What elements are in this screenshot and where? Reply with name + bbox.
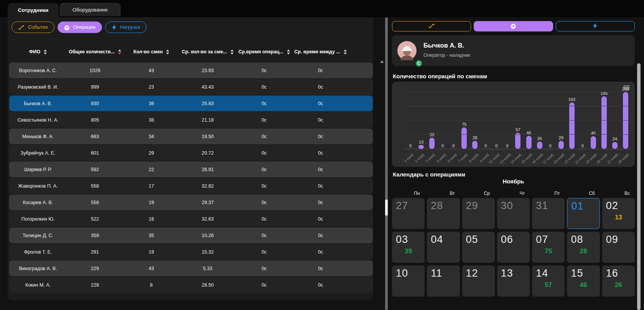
calendar-day[interactable]: 1457 bbox=[532, 265, 565, 297]
calendar-day[interactable]: 04 bbox=[427, 232, 460, 263]
sort-icon bbox=[344, 49, 347, 54]
calendar-day[interactable]: 12 bbox=[462, 265, 495, 297]
calendar-day[interactable]: 1626 bbox=[602, 265, 635, 297]
table-row[interactable]: Севостьянов Н. А.8053821.180с0с bbox=[9, 112, 373, 128]
table-row[interactable]: Воротников А. С.10294323.930с0с bbox=[9, 63, 373, 78]
table-cell: 19 bbox=[123, 249, 180, 255]
x-tick: 20 нояб. bbox=[556, 150, 567, 166]
table-row[interactable]: Ширяев Р. Р.5922226.910с0с bbox=[9, 162, 373, 177]
bar-slot: 0 bbox=[491, 143, 502, 149]
table-scroll-up-icon[interactable] bbox=[380, 60, 384, 63]
panel-scrollbar-thumb[interactable] bbox=[385, 200, 388, 216]
table-row[interactable]: Меньков Ф. А.6633419.500с0с bbox=[9, 129, 373, 144]
filter-button-purple[interactable]: Операции bbox=[58, 21, 102, 33]
calendar-day[interactable]: 06 bbox=[497, 232, 530, 263]
bar bbox=[537, 142, 542, 149]
column-header-3[interactable]: Ср. кол-во за сме... bbox=[180, 49, 236, 54]
table-cell: 0с bbox=[292, 101, 349, 106]
calendar-day[interactable]: 05 bbox=[462, 232, 495, 263]
calendar-day[interactable]: 13 bbox=[497, 265, 530, 297]
table-row[interactable]: Погорелкин Ю.5221632.630с0с bbox=[9, 211, 373, 227]
column-header-1[interactable]: Общее количеств... bbox=[67, 49, 123, 54]
table-row[interactable]: Разумовский В. И.9992343.430с0с bbox=[9, 79, 373, 95]
weekday-label: Пт bbox=[532, 191, 565, 196]
weekday-label: Сб bbox=[567, 191, 600, 196]
calendar-day[interactable]: 29 bbox=[462, 198, 495, 229]
bar-slot: 28 bbox=[469, 135, 480, 149]
bar bbox=[461, 127, 467, 149]
calendar-day[interactable]: 11 bbox=[427, 265, 460, 297]
x-tick-label: 7 нояб. bbox=[457, 152, 469, 163]
calendar-day[interactable]: 31 bbox=[532, 198, 565, 229]
table-cell: 32.82 bbox=[180, 183, 236, 189]
table-row[interactable]: Бычков А. В.9303625.830с0с bbox=[9, 96, 373, 111]
detail-button-purple[interactable] bbox=[474, 21, 553, 31]
x-tick: 16 нояб. bbox=[534, 150, 545, 166]
column-header-2[interactable]: Кол-во смен bbox=[123, 49, 180, 54]
table-cell: 19 bbox=[123, 200, 180, 205]
x-tick-label: 2 нояб. bbox=[414, 152, 426, 163]
calendar-day[interactable]: 1546 bbox=[567, 265, 600, 297]
calendar-day[interactable]: 0339 bbox=[392, 232, 425, 263]
calendar-day[interactable]: 0213 bbox=[602, 198, 635, 229]
bar bbox=[515, 133, 520, 149]
filter-button-blue[interactable]: Нагрузка bbox=[105, 21, 147, 33]
detail-button-blue[interactable] bbox=[556, 21, 635, 31]
column-label: Кол-во смен bbox=[133, 49, 163, 54]
calendar-day[interactable]: 27 bbox=[392, 198, 425, 229]
day-operations-count: 28 bbox=[567, 247, 600, 255]
calendar-day[interactable]: 01 bbox=[567, 198, 600, 229]
day-operations-count: 57 bbox=[532, 281, 565, 289]
day-number: 03 bbox=[396, 234, 408, 246]
table-cell: 17 bbox=[123, 183, 180, 189]
calendar-day[interactable]: 0775 bbox=[532, 232, 565, 263]
calendar-day[interactable]: 10 bbox=[392, 265, 425, 297]
bar-slot: 0 bbox=[480, 143, 491, 149]
table-row[interactable]: Кокин М. А.228828.500с0с bbox=[9, 277, 373, 293]
x-tick-label: 3 нояб. bbox=[425, 152, 437, 163]
calendar-grid: 2728293031010213033904050607750828091011… bbox=[392, 198, 635, 297]
table-row[interactable]: Жаворонков П. А.5581732.820с0с bbox=[9, 178, 373, 194]
table-cell: 930 bbox=[67, 101, 123, 106]
table-cell: 43 bbox=[123, 68, 180, 73]
day-number: 14 bbox=[536, 267, 548, 279]
window-scrollbar[interactable] bbox=[637, 63, 641, 310]
calendar-month: Ноябрь bbox=[392, 178, 635, 185]
bar bbox=[591, 136, 596, 149]
column-header-5[interactable]: Ср. время между ... bbox=[292, 49, 349, 54]
column-header-0[interactable]: ФИО bbox=[9, 49, 67, 54]
table-cell: 0с bbox=[292, 68, 349, 73]
calendar-day[interactable]: 09 bbox=[602, 232, 635, 263]
day-number: 31 bbox=[536, 200, 548, 212]
panel-scrollbar-track[interactable] bbox=[385, 17, 388, 310]
bar bbox=[612, 142, 618, 149]
table-cell: 592 bbox=[67, 167, 123, 172]
detail-button-yellow[interactable] bbox=[392, 21, 471, 31]
day-number: 29 bbox=[466, 200, 478, 212]
column-label: Ср.время операц... bbox=[238, 49, 283, 54]
calendar-day[interactable]: 0828 bbox=[567, 232, 600, 263]
table-cell: 0с bbox=[236, 216, 292, 222]
calendar-day[interactable]: 30 bbox=[497, 198, 530, 229]
table-row[interactable]: Телицин Д. С.3593510.260с0с bbox=[9, 228, 373, 243]
table-cell: Разумовский В. И. bbox=[9, 84, 67, 90]
x-tick: 5 нояб. bbox=[437, 150, 448, 166]
filter-button-yellow[interactable]: События bbox=[12, 21, 54, 33]
table-row[interactable]: Виноградов А. В.229435.330с0с bbox=[9, 261, 373, 276]
x-tick: 12 нояб. bbox=[491, 150, 502, 166]
table-cell: 999 bbox=[67, 84, 123, 90]
day-number: 13 bbox=[501, 267, 513, 279]
table-row[interactable]: Фролов Т. Е.2911915.320с0с bbox=[9, 244, 373, 260]
column-header-4[interactable]: Ср.время операц... bbox=[236, 49, 292, 54]
calendar-day[interactable]: 28 bbox=[427, 198, 460, 229]
table-cell: 0с bbox=[292, 266, 349, 271]
avatar: C bbox=[397, 41, 417, 60]
table-row[interactable]: Зубрейчук А. Е.6012920.720с0с bbox=[9, 145, 373, 161]
x-tick: 22 нояб. bbox=[577, 150, 588, 166]
gridline bbox=[405, 92, 631, 92]
table-cell: 0с bbox=[292, 134, 349, 139]
table-row[interactable]: Косарев А. В.5581929.370с0с bbox=[9, 195, 373, 210]
tab-equipment[interactable]: Оборудование bbox=[60, 3, 120, 16]
bar-value-label: 45 bbox=[591, 131, 596, 135]
tab-employees[interactable]: Сотрудники bbox=[8, 3, 59, 17]
